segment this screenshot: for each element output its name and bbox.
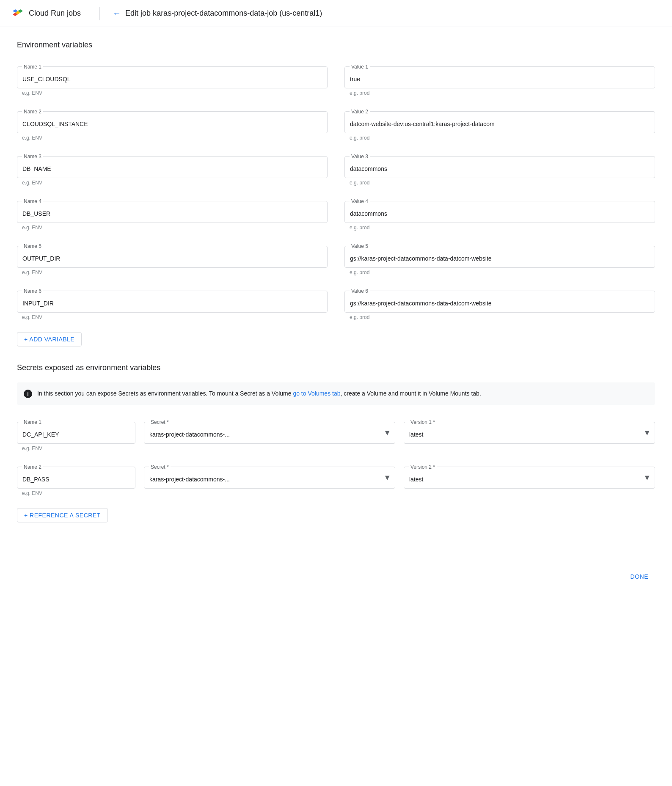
env-name-1-label: Name 1	[22, 64, 43, 70]
secret-version-1-label: Version 1 *	[409, 419, 437, 425]
env-value-3-input[interactable]	[344, 156, 655, 178]
env-value-5-input[interactable]	[344, 246, 655, 268]
env-value-4-hint: e.g. prod	[344, 223, 655, 232]
done-button[interactable]: DONE	[624, 570, 655, 583]
secret-1-select-wrapper: karas-project-datacommons-... ▼	[144, 422, 395, 444]
add-secret-label: + REFERENCE A SECRET	[24, 512, 101, 519]
page-title: Edit job karas-project-datacommons-data-…	[125, 9, 322, 18]
env-name-5-label: Name 5	[22, 243, 43, 249]
volumes-tab-link[interactable]: go to Volumes tab	[293, 390, 340, 397]
env-name-5-hint: e.g. ENV	[17, 268, 328, 277]
env-name-3-input[interactable]	[17, 156, 328, 178]
version-1-select[interactable]: latest	[404, 422, 655, 444]
env-name-6-input[interactable]	[17, 291, 328, 313]
version-1-hint	[404, 444, 655, 447]
secret-2-secret-hint	[144, 489, 395, 492]
header: Cloud Run jobs ← Edit job karas-project-…	[0, 0, 672, 27]
env-value-1-input[interactable]	[344, 66, 655, 88]
env-value-2-hint: e.g. prod	[344, 133, 655, 143]
version-2-select[interactable]: latest	[404, 467, 655, 489]
secret-version-2-label: Version 2 *	[409, 464, 437, 470]
secret-version-1-group: Version 1 * latest ▼	[404, 415, 655, 452]
secret-1-secret-hint	[144, 444, 395, 447]
env-name-4-input[interactable]	[17, 201, 328, 223]
secrets-section: Secrets exposed as environment variables…	[17, 363, 655, 536]
secret-name-1-label: Name 1	[22, 419, 43, 425]
secret-version-2-group: Version 2 * latest ▼	[404, 460, 655, 497]
add-secret-button[interactable]: + REFERENCE A SECRET	[17, 508, 108, 522]
main-content: Environment variables Name 1 e.g. ENV Va…	[0, 27, 672, 550]
env-value-3-group: Value 3 e.g. prod	[344, 149, 655, 192]
secret-name-2-hint: e.g. ENV	[17, 489, 135, 498]
env-name-1-group: Name 1 e.g. ENV	[17, 60, 328, 103]
env-value-4-input[interactable]	[344, 201, 655, 223]
env-value-6-hint: e.g. prod	[344, 313, 655, 322]
env-value-2-group: Value 2 e.g. prod	[344, 104, 655, 148]
env-value-3-label: Value 3	[350, 154, 370, 159]
env-value-2-input[interactable]	[344, 111, 655, 133]
env-value-1-hint: e.g. prod	[344, 88, 655, 98]
env-value-4-label: Value 4	[350, 198, 370, 204]
app-name: Cloud Run jobs	[29, 9, 81, 18]
env-name-3-hint: e.g. ENV	[17, 178, 328, 187]
app-logo: Cloud Run jobs	[10, 7, 81, 20]
env-variables-section: Environment variables Name 1 e.g. ENV Va…	[17, 41, 655, 360]
secret-name-2-label: Name 2	[22, 464, 43, 470]
secret-secret-1-label: Secret *	[149, 419, 171, 425]
secret-secret-1-group: Secret * karas-project-datacommons-... ▼	[144, 415, 395, 452]
env-name-2-label: Name 2	[22, 109, 43, 115]
env-value-4-group: Value 4 e.g. prod	[344, 194, 655, 237]
env-name-1-input[interactable]	[17, 66, 328, 88]
secret-2-select[interactable]: karas-project-datacommons-...	[144, 467, 395, 489]
env-value-3-hint: e.g. prod	[344, 178, 655, 187]
env-name-2-hint: e.g. ENV	[17, 133, 328, 143]
env-section-title: Environment variables	[17, 41, 655, 49]
env-name-4-label: Name 4	[22, 198, 43, 204]
secrets-section-title: Secrets exposed as environment variables	[17, 363, 655, 372]
env-value-5-label: Value 5	[350, 243, 370, 249]
env-name-2-input[interactable]	[17, 111, 328, 133]
env-name-3-label: Name 3	[22, 154, 43, 159]
info-box: i In this section you can expose Secrets…	[17, 382, 655, 405]
add-variable-label: + ADD VARIABLE	[24, 336, 74, 343]
env-value-2-label: Value 2	[350, 109, 370, 115]
env-name-5-input[interactable]	[17, 246, 328, 268]
secret-secret-2-label: Secret *	[149, 464, 171, 470]
secret-1-select[interactable]: karas-project-datacommons-...	[144, 422, 395, 444]
secret-name-1-hint: e.g. ENV	[17, 444, 135, 453]
env-name-3-group: Name 3 e.g. ENV	[17, 149, 328, 192]
secret-secret-2-group: Secret * karas-project-datacommons-... ▼	[144, 460, 395, 497]
env-name-4-hint: e.g. ENV	[17, 223, 328, 232]
info-text: In this section you can expose Secrets a…	[37, 389, 481, 398]
env-value-1-label: Value 1	[350, 64, 370, 70]
done-section: DONE	[0, 563, 672, 590]
version-2-hint	[404, 489, 655, 492]
variables-grid: Name 1 e.g. ENV Value 1 e.g. prod Name 2…	[17, 60, 655, 329]
env-name-5-group: Name 5 e.g. ENV	[17, 239, 328, 282]
env-value-5-group: Value 5 e.g. prod	[344, 239, 655, 282]
version-2-select-wrapper: latest ▼	[404, 467, 655, 489]
secret-name-2-group: Name 2 e.g. ENV	[17, 460, 135, 503]
add-variable-button[interactable]: + ADD VARIABLE	[17, 332, 82, 346]
back-button[interactable]: ←	[108, 5, 125, 22]
secrets-grid: Name 1 e.g. ENV Secret * karas-project-d…	[17, 415, 655, 505]
header-divider	[99, 7, 100, 20]
env-name-6-label: Name 6	[22, 288, 43, 294]
env-name-2-group: Name 2 e.g. ENV	[17, 104, 328, 148]
version-1-select-wrapper: latest ▼	[404, 422, 655, 444]
cloud-run-icon	[10, 7, 24, 20]
env-name-1-hint: e.g. ENV	[17, 88, 328, 98]
secret-name-1-group: Name 1 e.g. ENV	[17, 415, 135, 458]
env-value-1-group: Value 1 e.g. prod	[344, 60, 655, 103]
secret-2-select-wrapper: karas-project-datacommons-... ▼	[144, 467, 395, 489]
env-name-6-hint: e.g. ENV	[17, 313, 328, 322]
env-name-4-group: Name 4 e.g. ENV	[17, 194, 328, 237]
env-value-6-input[interactable]	[344, 291, 655, 313]
env-value-5-hint: e.g. prod	[344, 268, 655, 277]
info-icon: i	[24, 390, 32, 398]
env-value-6-group: Value 6 e.g. prod	[344, 284, 655, 327]
env-name-6-group: Name 6 e.g. ENV	[17, 284, 328, 327]
env-value-6-label: Value 6	[350, 288, 370, 294]
